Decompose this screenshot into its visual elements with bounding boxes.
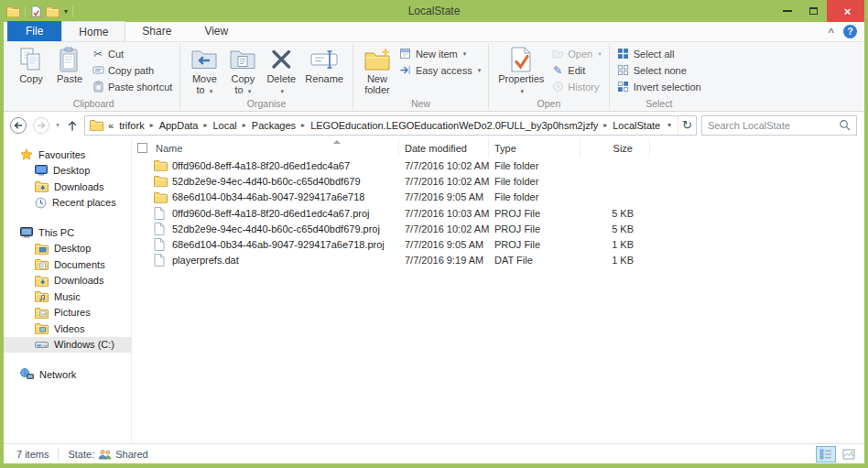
sidebar-section-favourites[interactable]: Favourites bbox=[4, 147, 131, 163]
address-bar: ▾ «trifork▸AppData▸Local▸Packages▸LEGOEd… bbox=[4, 112, 864, 138]
recent-icon bbox=[35, 197, 47, 209]
address-box[interactable]: «trifork▸AppData▸Local▸Packages▸LEGOEduc… bbox=[84, 115, 697, 136]
file-size: 1 KB bbox=[580, 255, 650, 266]
copy-button[interactable]: Copyto ▾ bbox=[224, 44, 261, 97]
help-icon[interactable]: ? bbox=[843, 25, 857, 38]
column-header-size[interactable]: Size bbox=[580, 138, 650, 158]
search-icon[interactable] bbox=[839, 119, 851, 131]
column-header-name[interactable]: Name bbox=[132, 138, 399, 158]
qat-customize-chevron-icon[interactable]: ▾ bbox=[64, 7, 68, 16]
new-item-button[interactable]: New item▾ bbox=[397, 47, 483, 60]
sidebar-item-videos[interactable]: Videos bbox=[4, 321, 131, 337]
file-type: File folder bbox=[489, 191, 580, 202]
sidebar-item-desktop[interactable]: Desktop bbox=[4, 241, 131, 257]
file-icon bbox=[154, 207, 165, 220]
paste-button[interactable]: Paste bbox=[51, 44, 88, 84]
copy-button[interactable]: Copy bbox=[13, 44, 49, 84]
breadcrumb-chevron-icon[interactable]: ▸ bbox=[150, 121, 154, 129]
tab-share[interactable]: Share bbox=[125, 21, 188, 41]
search-input[interactable] bbox=[708, 120, 839, 131]
breadcrumb-chevron-icon[interactable]: ▸ bbox=[603, 121, 607, 129]
history-button[interactable]: History bbox=[549, 80, 602, 93]
up-button[interactable] bbox=[65, 118, 80, 133]
select-all-checkbox[interactable] bbox=[137, 143, 147, 153]
sidebar-item-recent-places[interactable]: Recent places bbox=[4, 195, 131, 212]
file-row[interactable]: 52db2e9e-94ec-4d40-b60c-c65d40bdf6797/7/… bbox=[132, 173, 864, 189]
column-header-type[interactable]: Type bbox=[489, 138, 580, 158]
collapse-ribbon-icon[interactable]: ^ bbox=[829, 27, 834, 38]
rename-button[interactable]: Rename bbox=[301, 44, 347, 84]
file-row[interactable]: 68e6d104-0b34-46ab-9047-929417a6e718.pro… bbox=[132, 236, 864, 252]
qat-divider bbox=[72, 5, 73, 17]
new-item-icon bbox=[399, 48, 411, 60]
explorer-app-icon bbox=[6, 5, 20, 17]
forward-button[interactable] bbox=[32, 116, 50, 135]
maximize-button[interactable] bbox=[800, 0, 827, 22]
thumbnail-view-button[interactable] bbox=[839, 446, 859, 463]
select-all-button[interactable]: Select all bbox=[615, 47, 703, 60]
cut-button[interactable]: ✂Cut bbox=[90, 47, 174, 60]
file-row[interactable]: 0ffd960d-8eff-4a18-8f20-d6ed1edc4a67.pro… bbox=[132, 205, 864, 221]
copy-path-button[interactable]: Copy path bbox=[90, 63, 174, 77]
close-button[interactable]: × bbox=[827, 0, 868, 22]
maximize-icon bbox=[809, 7, 818, 15]
move-button[interactable]: Moveto ▾ bbox=[186, 44, 222, 97]
file-size: 5 KB bbox=[580, 208, 650, 219]
sidebar-item-music[interactable]: Music bbox=[4, 288, 131, 305]
sidebar-item-pictures[interactable]: Pictures bbox=[4, 305, 131, 321]
move-to-icon bbox=[190, 48, 218, 71]
sidebar-item-windows-c-[interactable]: Windows (C:) bbox=[4, 337, 131, 354]
breadcrumb-chevron-icon[interactable]: ▸ bbox=[203, 121, 207, 129]
tab-home[interactable]: Home bbox=[61, 21, 125, 41]
breadcrumb-segment[interactable]: LocalState bbox=[613, 120, 660, 131]
sidebar-item-downloads[interactable]: Downloads bbox=[4, 273, 131, 289]
minimize-button[interactable] bbox=[774, 0, 800, 22]
tab-view[interactable]: View bbox=[188, 21, 244, 41]
quick-access-toolbar: ▾ bbox=[0, 5, 73, 17]
file-row[interactable]: playerprefs.dat7/7/2016 9:19 AMDAT File1… bbox=[132, 253, 864, 268]
ribbon-tab-row: FileHomeShareView ^ ? bbox=[4, 22, 864, 42]
select-none-button[interactable]: Select none bbox=[615, 63, 703, 77]
history-icon bbox=[552, 81, 564, 93]
sidebar-item-desktop[interactable]: Desktop bbox=[4, 163, 131, 180]
date-modified: 7/7/2016 9:05 AM bbox=[399, 239, 489, 250]
delete-button[interactable]: Delete▾ bbox=[263, 44, 299, 97]
sidebar-section-network[interactable]: Network bbox=[4, 366, 131, 383]
sidebar-item-documents[interactable]: Documents bbox=[4, 256, 131, 273]
easy-access-button[interactable]: Easy access▾ bbox=[397, 63, 483, 77]
breadcrumb-segment[interactable]: Packages bbox=[252, 120, 296, 131]
column-header-date-modified[interactable]: Date modified bbox=[399, 138, 489, 158]
monitor-icon bbox=[35, 165, 48, 176]
edit-button[interactable]: ✎Edit bbox=[549, 63, 602, 77]
qat-new-folder-button[interactable] bbox=[46, 5, 60, 17]
breadcrumb-chevron-icon[interactable]: ▸ bbox=[301, 121, 305, 129]
recent-locations-chevron-icon[interactable]: ▾ bbox=[56, 121, 60, 129]
explorer-logo-icon bbox=[6, 5, 20, 17]
properties-button[interactable]: Properties▾ bbox=[494, 44, 548, 97]
breadcrumb-segment[interactable]: AppData bbox=[159, 120, 199, 131]
address-dropdown-icon[interactable]: ▾ bbox=[661, 116, 678, 135]
file-row[interactable]: 52db2e9e-94ec-4d40-b60c-c65d40bdf679.pro… bbox=[132, 221, 864, 236]
details-view-button[interactable] bbox=[816, 446, 836, 463]
breadcrumb-segment[interactable]: LEGOEducation.LEGOEducationWeDo2.0FULL_b… bbox=[310, 120, 598, 131]
tab-file[interactable]: File bbox=[7, 21, 61, 41]
file-row[interactable]: 68e6d104-0b34-46ab-9047-929417a6e7187/7/… bbox=[132, 190, 864, 205]
dropdown-icon: ▾ bbox=[520, 88, 524, 94]
sidebar-section-this-pc[interactable]: This PC bbox=[4, 224, 131, 241]
qat-properties-button[interactable] bbox=[30, 5, 41, 17]
breadcrumb-chevron-icon[interactable]: ▸ bbox=[243, 121, 246, 129]
breadcrumb-segment[interactable]: trifork bbox=[119, 120, 145, 131]
new-folder-icon bbox=[363, 48, 391, 72]
ribbon-group-new: NewfolderNew item▾Easy access▾New bbox=[355, 42, 486, 111]
refresh-icon[interactable]: ↻ bbox=[678, 116, 696, 135]
breadcrumb-overflow[interactable]: « bbox=[108, 120, 114, 131]
invert-selection-button[interactable]: Invert selection bbox=[615, 80, 703, 93]
new-button[interactable]: Newfolder bbox=[359, 44, 396, 95]
file-row[interactable]: 0ffd960d-8eff-4a18-8f20-d6ed1edc4a677/7/… bbox=[132, 158, 864, 173]
sidebar-item-downloads[interactable]: Downloads bbox=[4, 179, 131, 195]
paste-shortcut-button[interactable]: Paste shortcut bbox=[90, 80, 174, 93]
dropdown-icon: ▾ bbox=[598, 50, 602, 58]
back-button[interactable] bbox=[9, 116, 27, 135]
breadcrumb-segment[interactable]: Local bbox=[212, 120, 236, 131]
open-button[interactable]: Open▾ bbox=[549, 47, 602, 60]
